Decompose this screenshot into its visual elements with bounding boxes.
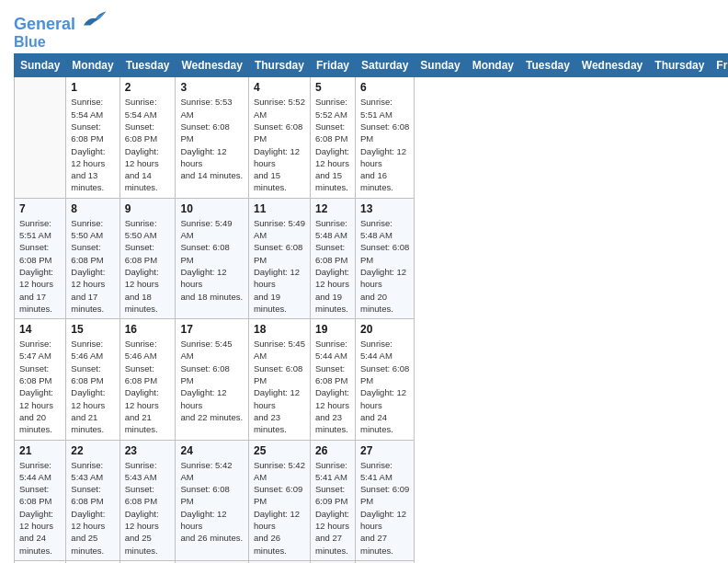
calendar-cell: 17Sunrise: 5:45 AM Sunset: 6:08 PM Dayli… bbox=[176, 319, 248, 440]
day-number: 9 bbox=[125, 202, 171, 215]
header-thursday: Thursday bbox=[248, 54, 310, 77]
col-header-sunday: Sunday bbox=[415, 54, 466, 77]
day-number: 18 bbox=[254, 323, 305, 336]
calendar-cell: 1Sunrise: 5:54 AM Sunset: 6:08 PM Daylig… bbox=[66, 77, 119, 198]
logo-text: General bbox=[14, 9, 108, 34]
day-number: 1 bbox=[71, 81, 114, 94]
calendar-cell bbox=[15, 77, 66, 198]
day-number: 11 bbox=[254, 202, 305, 215]
calendar-cell: 11Sunrise: 5:49 AM Sunset: 6:08 PM Dayli… bbox=[248, 198, 310, 318]
calendar-cell: 15Sunrise: 5:46 AM Sunset: 6:08 PM Dayli… bbox=[66, 319, 119, 440]
col-header-wednesday: Wednesday bbox=[575, 54, 648, 77]
calendar-header-row: SundayMondayTuesdayWednesdayThursdayFrid… bbox=[15, 54, 729, 77]
day-info: Sunrise: 5:43 AM Sunset: 6:08 PM Dayligh… bbox=[125, 459, 171, 557]
day-info: Sunrise: 5:51 AM Sunset: 6:08 PM Dayligh… bbox=[360, 96, 409, 193]
day-info: Sunrise: 5:52 AM Sunset: 6:08 PM Dayligh… bbox=[254, 96, 305, 193]
day-number: 20 bbox=[360, 323, 409, 336]
week-row-2: 7Sunrise: 5:51 AM Sunset: 6:08 PM Daylig… bbox=[15, 198, 729, 318]
header-wednesday: Wednesday bbox=[176, 54, 248, 77]
header-tuesday: Tuesday bbox=[119, 54, 176, 77]
day-number: 26 bbox=[315, 444, 350, 457]
day-info: Sunrise: 5:42 AM Sunset: 6:09 PM Dayligh… bbox=[254, 459, 305, 557]
day-number: 2 bbox=[125, 81, 171, 94]
day-number: 17 bbox=[180, 323, 243, 336]
day-info: Sunrise: 5:44 AM Sunset: 6:08 PM Dayligh… bbox=[360, 338, 409, 435]
day-info: Sunrise: 5:46 AM Sunset: 6:08 PM Dayligh… bbox=[71, 338, 114, 435]
day-number: 22 bbox=[71, 444, 114, 457]
day-info: Sunrise: 5:49 AM Sunset: 6:08 PM Dayligh… bbox=[180, 217, 243, 303]
day-info: Sunrise: 5:48 AM Sunset: 6:08 PM Dayligh… bbox=[360, 217, 409, 315]
day-number: 24 bbox=[180, 444, 243, 457]
day-number: 15 bbox=[71, 323, 114, 336]
calendar-cell: 14Sunrise: 5:47 AM Sunset: 6:08 PM Dayli… bbox=[15, 319, 66, 440]
header-monday: Monday bbox=[66, 54, 119, 77]
day-info: Sunrise: 5:42 AM Sunset: 6:08 PM Dayligh… bbox=[180, 459, 243, 545]
header-sunday: Sunday bbox=[15, 54, 66, 77]
day-number: 4 bbox=[254, 81, 305, 94]
day-number: 8 bbox=[71, 202, 114, 215]
day-info: Sunrise: 5:51 AM Sunset: 6:08 PM Dayligh… bbox=[19, 217, 61, 315]
calendar-cell: 9Sunrise: 5:50 AM Sunset: 6:08 PM Daylig… bbox=[119, 198, 176, 318]
calendar-cell: 6Sunrise: 5:51 AM Sunset: 6:08 PM Daylig… bbox=[355, 77, 414, 198]
logo-bird-icon bbox=[82, 9, 108, 29]
day-number: 25 bbox=[254, 444, 305, 457]
calendar-cell: 10Sunrise: 5:49 AM Sunset: 6:08 PM Dayli… bbox=[176, 198, 248, 318]
logo-general: General bbox=[14, 15, 75, 33]
day-info: Sunrise: 5:41 AM Sunset: 6:09 PM Dayligh… bbox=[315, 459, 350, 557]
day-info: Sunrise: 5:48 AM Sunset: 6:08 PM Dayligh… bbox=[315, 217, 350, 315]
calendar-cell: 24Sunrise: 5:42 AM Sunset: 6:08 PM Dayli… bbox=[176, 440, 248, 560]
calendar-cell: 16Sunrise: 5:46 AM Sunset: 6:08 PM Dayli… bbox=[119, 319, 176, 440]
calendar-cell: 27Sunrise: 5:41 AM Sunset: 6:09 PM Dayli… bbox=[355, 440, 414, 560]
day-info: Sunrise: 5:52 AM Sunset: 6:08 PM Dayligh… bbox=[315, 96, 350, 193]
col-header-thursday: Thursday bbox=[649, 54, 711, 77]
day-number: 10 bbox=[180, 202, 243, 215]
calendar-cell: 12Sunrise: 5:48 AM Sunset: 6:08 PM Dayli… bbox=[310, 198, 355, 318]
day-number: 21 bbox=[19, 444, 61, 457]
calendar-cell: 19Sunrise: 5:44 AM Sunset: 6:08 PM Dayli… bbox=[310, 319, 355, 440]
calendar-cell: 23Sunrise: 5:43 AM Sunset: 6:08 PM Dayli… bbox=[119, 440, 176, 560]
day-info: Sunrise: 5:54 AM Sunset: 6:08 PM Dayligh… bbox=[71, 96, 114, 193]
calendar-cell: 5Sunrise: 5:52 AM Sunset: 6:08 PM Daylig… bbox=[310, 77, 355, 198]
day-info: Sunrise: 5:47 AM Sunset: 6:08 PM Dayligh… bbox=[19, 338, 61, 435]
day-number: 6 bbox=[360, 81, 409, 94]
day-info: Sunrise: 5:54 AM Sunset: 6:08 PM Dayligh… bbox=[125, 96, 171, 193]
calendar-cell: 8Sunrise: 5:50 AM Sunset: 6:08 PM Daylig… bbox=[66, 198, 119, 318]
week-row-3: 14Sunrise: 5:47 AM Sunset: 6:08 PM Dayli… bbox=[15, 319, 729, 440]
day-number: 12 bbox=[315, 202, 350, 215]
day-number: 5 bbox=[315, 81, 350, 94]
day-info: Sunrise: 5:45 AM Sunset: 6:08 PM Dayligh… bbox=[180, 338, 243, 423]
week-row-1: 1Sunrise: 5:54 AM Sunset: 6:08 PM Daylig… bbox=[15, 77, 729, 198]
day-number: 13 bbox=[360, 202, 409, 215]
calendar-cell: 22Sunrise: 5:43 AM Sunset: 6:08 PM Dayli… bbox=[66, 440, 119, 560]
logo-blue: Blue bbox=[14, 34, 108, 51]
calendar-cell: 18Sunrise: 5:45 AM Sunset: 6:08 PM Dayli… bbox=[248, 319, 310, 440]
calendar-cell: 26Sunrise: 5:41 AM Sunset: 6:09 PM Dayli… bbox=[310, 440, 355, 560]
calendar-cell: 2Sunrise: 5:54 AM Sunset: 6:08 PM Daylig… bbox=[119, 77, 176, 198]
calendar-cell: 7Sunrise: 5:51 AM Sunset: 6:08 PM Daylig… bbox=[15, 198, 66, 318]
calendar-cell: 13Sunrise: 5:48 AM Sunset: 6:08 PM Dayli… bbox=[355, 198, 414, 318]
day-info: Sunrise: 5:49 AM Sunset: 6:08 PM Dayligh… bbox=[254, 217, 305, 315]
calendar-cell: 20Sunrise: 5:44 AM Sunset: 6:08 PM Dayli… bbox=[355, 319, 414, 440]
day-number: 19 bbox=[315, 323, 350, 336]
col-header-tuesday: Tuesday bbox=[520, 54, 576, 77]
day-info: Sunrise: 5:45 AM Sunset: 6:08 PM Dayligh… bbox=[254, 338, 305, 435]
col-header-friday: Friday bbox=[711, 54, 728, 77]
calendar-table: SundayMondayTuesdayWednesdayThursdayFrid… bbox=[14, 53, 728, 563]
day-info: Sunrise: 5:41 AM Sunset: 6:09 PM Dayligh… bbox=[360, 459, 409, 557]
day-info: Sunrise: 5:46 AM Sunset: 6:08 PM Dayligh… bbox=[125, 338, 171, 435]
day-info: Sunrise: 5:50 AM Sunset: 6:08 PM Dayligh… bbox=[71, 217, 114, 315]
day-info: Sunrise: 5:43 AM Sunset: 6:08 PM Dayligh… bbox=[71, 459, 114, 557]
calendar-cell: 25Sunrise: 5:42 AM Sunset: 6:09 PM Dayli… bbox=[248, 440, 310, 560]
col-header-monday: Monday bbox=[466, 54, 519, 77]
week-row-4: 21Sunrise: 5:44 AM Sunset: 6:08 PM Dayli… bbox=[15, 440, 729, 560]
day-number: 14 bbox=[19, 323, 61, 336]
day-number: 27 bbox=[360, 444, 409, 457]
page-header: General Blue bbox=[14, 9, 714, 50]
day-number: 16 bbox=[125, 323, 171, 336]
calendar-cell: 21Sunrise: 5:44 AM Sunset: 6:08 PM Dayli… bbox=[15, 440, 66, 560]
day-info: Sunrise: 5:44 AM Sunset: 6:08 PM Dayligh… bbox=[19, 459, 61, 557]
day-number: 7 bbox=[19, 202, 61, 215]
day-info: Sunrise: 5:50 AM Sunset: 6:08 PM Dayligh… bbox=[125, 217, 171, 315]
day-number: 23 bbox=[125, 444, 171, 457]
day-info: Sunrise: 5:53 AM Sunset: 6:08 PM Dayligh… bbox=[180, 96, 243, 181]
